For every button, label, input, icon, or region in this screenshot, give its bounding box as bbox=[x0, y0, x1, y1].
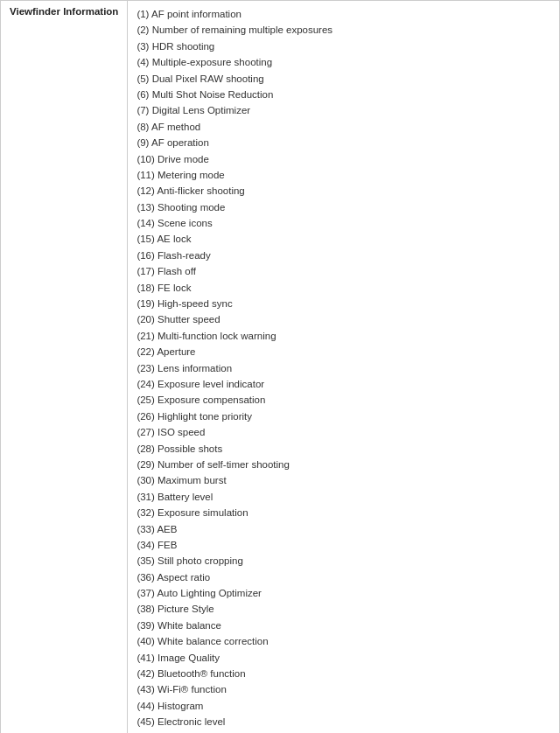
content-line: (41) Image Quality bbox=[136, 650, 550, 666]
content-line: (38) Picture Style bbox=[136, 601, 550, 617]
content-line: (44) Histogram bbox=[136, 698, 550, 714]
content-line: (32) Exposure simulation bbox=[136, 505, 550, 520]
row-content: (1) AF point information(2) Number of re… bbox=[128, 1, 560, 734]
content-line: (43) Wi-Fi® function bbox=[136, 681, 550, 697]
content-line: (34) FEB bbox=[136, 537, 550, 553]
content-line: (18) FE lock bbox=[136, 280, 550, 296]
content-line: (29) Number of self-timer shooting bbox=[136, 457, 550, 472]
content-line: (12) Anti-flicker shooting bbox=[136, 183, 550, 199]
spec-table: Viewfinder Information(1) AF point infor… bbox=[0, 0, 560, 733]
content-line: (42) Bluetooth® function bbox=[136, 666, 550, 681]
table-row: Viewfinder Information(1) AF point infor… bbox=[1, 1, 560, 734]
content-line: (3) HDR shooting bbox=[136, 38, 550, 54]
content-line: (6) Multi Shot Noise Reduction bbox=[136, 87, 550, 102]
content-line: (21) Multi-function lock warning bbox=[136, 328, 550, 344]
content-line: (33) AEB bbox=[136, 521, 550, 537]
content-line: (36) Aspect ratio bbox=[136, 569, 550, 585]
content-line: (4) Multiple-exposure shooting bbox=[136, 54, 550, 70]
content-line: (11) Metering mode bbox=[136, 167, 550, 183]
content-line: (37) Auto Lighting Optimizer bbox=[136, 585, 550, 601]
content-line: (20) Shutter speed bbox=[136, 311, 550, 327]
content-line: (26) Highlight tone priority bbox=[136, 408, 550, 424]
content-line: (14) Scene icons bbox=[136, 215, 550, 231]
content-line: (5) Dual Pixel RAW shooting bbox=[136, 71, 550, 87]
content-line: (40) White balance correction bbox=[136, 633, 550, 649]
content-line: (27) ISO speed bbox=[136, 424, 550, 440]
content-line: (10) Drive mode bbox=[136, 151, 550, 167]
content-line: (1) AF point information bbox=[136, 6, 550, 22]
content-line: (2) Number of remaining multiple exposur… bbox=[136, 22, 550, 38]
content-line: (17) Flash off bbox=[136, 263, 550, 279]
content-line: (30) Maximum burst bbox=[136, 472, 550, 488]
content-line: (19) High-speed sync bbox=[136, 296, 550, 311]
content-line: (23) Lens information bbox=[136, 360, 550, 376]
content-line: (8) AF method bbox=[136, 119, 550, 135]
content-line: (9) AF operation bbox=[136, 135, 550, 150]
content-line: (45) Electronic level bbox=[136, 714, 550, 730]
content-line: (31) Battery level bbox=[136, 489, 550, 505]
content-line: (25) Exposure compensation bbox=[136, 392, 550, 408]
content-line: (16) Flash-ready bbox=[136, 248, 550, 263]
content-line: (7) Digital Lens Optimizer bbox=[136, 102, 550, 118]
row-label: Viewfinder Information bbox=[1, 1, 128, 734]
content-line: (15) AE lock bbox=[136, 231, 550, 247]
content-line: (35) Still photo cropping bbox=[136, 553, 550, 569]
content-line: (13) Shooting mode bbox=[136, 199, 550, 215]
content-line: (39) White balance bbox=[136, 618, 550, 633]
content-line: (28) Possible shots bbox=[136, 441, 550, 457]
content-line: (24) Exposure level indicator bbox=[136, 376, 550, 392]
content-line: (22) Aperture bbox=[136, 344, 550, 360]
